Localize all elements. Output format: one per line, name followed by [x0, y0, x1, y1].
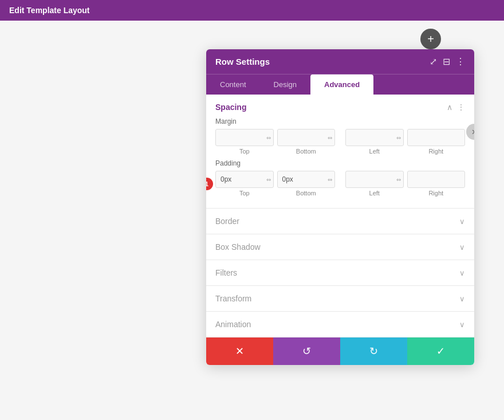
- box-shadow-section: Box Shadow ∨: [206, 234, 474, 260]
- confirm-icon: ✓: [436, 345, 445, 358]
- margin-top-link-icon[interactable]: ⇔: [266, 135, 271, 141]
- box-shadow-chevron-icon: ∨: [459, 243, 465, 252]
- spacing-more-icon[interactable]: ⋮: [457, 103, 465, 112]
- padding-top-group: 1 ⇔ Top: [215, 171, 274, 197]
- row-settings-modal: Row Settings ⤢ ⊟ ⋮ Content Design Advanc…: [206, 49, 474, 365]
- margin-bottom-group: ⇔ Bottom: [277, 129, 336, 155]
- padding-right-input[interactable]: [410, 175, 463, 183]
- padding-left-link-icon[interactable]: ⇔: [396, 176, 401, 183]
- spacing-section: Spacing ∧ ⋮ Margin ⇔ Top: [206, 95, 474, 209]
- border-header[interactable]: Border ∨: [215, 217, 465, 226]
- expand-icon[interactable]: ⤢: [430, 56, 437, 67]
- collapse-icon[interactable]: ∧: [447, 103, 452, 112]
- margin-right-input[interactable]: [410, 134, 463, 142]
- tabs-bar: Content Design Advanced: [206, 74, 474, 95]
- spacing-section-header: Spacing ∧ ⋮: [215, 103, 465, 112]
- confirm-button[interactable]: ✓: [407, 337, 474, 365]
- margin-top-group: ⇔ Top: [215, 129, 274, 155]
- margin-top-label: Top: [239, 148, 250, 155]
- cancel-button[interactable]: ✕: [206, 337, 273, 365]
- padding-top-field[interactable]: ⇔: [215, 171, 274, 188]
- columns-icon[interactable]: ⊟: [443, 56, 450, 67]
- margin-right-group: Right: [407, 129, 466, 155]
- filters-title: Filters: [215, 268, 237, 277]
- modal-title: Row Settings: [215, 57, 270, 66]
- box-shadow-header[interactable]: Box Shadow ∨: [215, 242, 465, 252]
- top-bar-title: Edit Template Layout: [9, 6, 90, 15]
- margin-left-group: ⇔ Left: [345, 129, 404, 155]
- margin-bottom-label: Bottom: [296, 148, 316, 155]
- animation-title: Animation: [215, 320, 251, 329]
- number-badge: 1: [206, 178, 213, 190]
- padding-left-label: Left: [369, 190, 380, 197]
- close-icon: ✕: [471, 128, 475, 136]
- padding-row: 1 ⇔ Top ⇔: [215, 171, 465, 197]
- filters-section: Filters ∨: [206, 260, 474, 286]
- redo-button[interactable]: ↻: [340, 337, 407, 365]
- padding-left-field[interactable]: ⇔: [345, 171, 404, 188]
- canvas: + Row Settings ⤢ ⊟ ⋮ Content Design Adva…: [0, 21, 504, 420]
- margin-left-input[interactable]: [348, 134, 396, 142]
- top-bar: Edit Template Layout: [0, 0, 504, 21]
- margin-label: Margin: [215, 117, 465, 125]
- modal-header-icons: ⤢ ⊟ ⋮: [430, 56, 465, 67]
- padding-bottom-field[interactable]: ⇔: [277, 171, 336, 188]
- border-chevron-icon: ∨: [459, 217, 465, 226]
- padding-left-group: ⇔ Left: [345, 171, 404, 197]
- margin-right-label: Right: [428, 148, 443, 155]
- padding-right-group: Right: [407, 171, 466, 197]
- modal-header: Row Settings ⤢ ⊟ ⋮: [206, 49, 474, 74]
- tab-content[interactable]: Content: [206, 74, 260, 95]
- margin-bottom-link-icon[interactable]: ⇔: [328, 135, 332, 141]
- cancel-icon: ✕: [235, 345, 244, 358]
- padding-row-wrapper: 1 ⇔ Top ⇔: [215, 171, 465, 197]
- tab-advanced[interactable]: Advanced: [310, 74, 373, 95]
- transform-title: Transform: [215, 294, 251, 303]
- animation-chevron-icon: ∨: [459, 320, 465, 329]
- margin-top-field[interactable]: ⇔: [215, 129, 274, 146]
- margin-row: ⇔ Top ⇔ Bottom: [215, 129, 465, 155]
- filters-header[interactable]: Filters ∨: [215, 268, 465, 277]
- add-button[interactable]: +: [420, 29, 441, 49]
- filters-chevron-icon: ∨: [459, 269, 465, 277]
- padding-top-label: Top: [239, 190, 250, 197]
- margin-left-label: Left: [369, 148, 380, 155]
- padding-top-link-icon[interactable]: ⇔: [266, 176, 271, 183]
- border-title: Border: [215, 217, 239, 226]
- padding-right-label: Right: [428, 190, 443, 197]
- padding-left-input[interactable]: [348, 175, 396, 183]
- margin-bottom-input[interactable]: [280, 134, 328, 142]
- modal-footer: ✕ ↺ ↻ ✓: [206, 337, 474, 365]
- animation-section: Animation ∨: [206, 312, 474, 337]
- modal-body[interactable]: Spacing ∧ ⋮ Margin ⇔ Top: [206, 95, 474, 337]
- margin-right-field[interactable]: [407, 129, 466, 146]
- padding-bottom-group: ⇔ Bottom: [277, 171, 336, 197]
- padding-bottom-link-icon[interactable]: ⇔: [328, 176, 332, 183]
- animation-header[interactable]: Animation ∨: [215, 320, 465, 329]
- margin-top-input[interactable]: [218, 134, 266, 142]
- padding-top-input[interactable]: [218, 175, 266, 183]
- more-icon[interactable]: ⋮: [456, 56, 465, 67]
- transform-section: Transform ∨: [206, 286, 474, 312]
- margin-left-field[interactable]: ⇔: [345, 129, 404, 146]
- box-shadow-title: Box Shadow: [215, 242, 261, 252]
- undo-icon: ↺: [302, 345, 311, 358]
- redo-icon: ↻: [369, 345, 378, 358]
- undo-button[interactable]: ↺: [273, 337, 340, 365]
- transform-chevron-icon: ∨: [459, 295, 465, 303]
- margin-bottom-field[interactable]: ⇔: [277, 129, 336, 146]
- tab-design[interactable]: Design: [260, 74, 310, 95]
- border-section: Border ∨: [206, 209, 474, 234]
- padding-label: Padding: [215, 159, 465, 167]
- spacing-section-controls: ∧ ⋮: [447, 103, 465, 112]
- spacing-title: Spacing: [215, 103, 246, 112]
- padding-bottom-input[interactable]: [280, 175, 328, 183]
- plus-icon: +: [427, 33, 434, 45]
- padding-bottom-label: Bottom: [296, 190, 316, 197]
- transform-header[interactable]: Transform ∨: [215, 294, 465, 303]
- padding-right-field[interactable]: [407, 171, 466, 188]
- margin-left-link-icon[interactable]: ⇔: [396, 135, 401, 141]
